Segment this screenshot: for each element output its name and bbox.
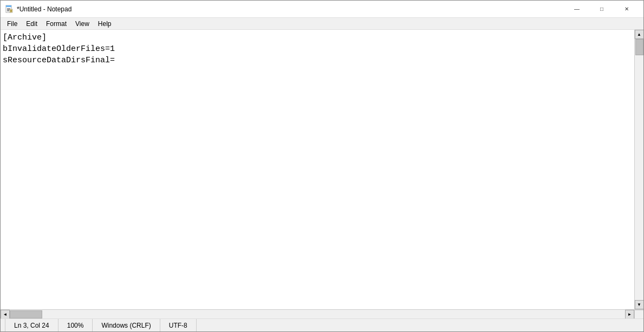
- scroll-thumb-horizontal[interactable]: [10, 310, 42, 318]
- cursor-position: Ln 3, Col 24: [5, 319, 58, 331]
- zoom-level: 100%: [58, 319, 93, 331]
- svg-rect-1: [6, 5, 11, 7]
- notepad-window: *Untitled - Notepad — □ ✕ File Edit Form…: [0, 0, 644, 332]
- maximize-button[interactable]: □: [589, 1, 614, 18]
- minimize-button[interactable]: —: [564, 1, 589, 18]
- title-bar-left: *Untitled - Notepad: [5, 5, 71, 14]
- menu-edit[interactable]: Edit: [22, 19, 42, 29]
- bottom-area: ◄ ► Ln 3, Col 24 100% Windows (CRLF) UTF…: [1, 309, 643, 331]
- text-editor[interactable]: [Archive] bInvalidateOlderFiles=1 sResou…: [1, 30, 634, 309]
- scroll-track-horizontal[interactable]: [10, 310, 625, 318]
- scroll-up-button[interactable]: ▲: [635, 30, 644, 39]
- status-bar: Ln 3, Col 24 100% Windows (CRLF) UTF-8: [1, 318, 643, 331]
- menu-file[interactable]: File: [3, 19, 22, 29]
- notepad-icon: [5, 5, 14, 14]
- window-title: *Untitled - Notepad: [17, 5, 71, 13]
- vertical-scrollbar: ▲ ▼: [634, 30, 643, 309]
- menu-help[interactable]: Help: [94, 19, 116, 29]
- title-bar: *Untitled - Notepad — □ ✕: [1, 1, 643, 18]
- horizontal-scrollbar: ◄ ►: [1, 309, 643, 318]
- scroll-down-button[interactable]: ▼: [635, 300, 644, 309]
- scroll-left-button[interactable]: ◄: [1, 310, 10, 319]
- menu-format[interactable]: Format: [42, 19, 71, 29]
- scroll-track-vertical[interactable]: [635, 39, 644, 300]
- editor-area: [Archive] bInvalidateOlderFiles=1 sResou…: [1, 30, 643, 309]
- encoding: UTF-8: [160, 319, 197, 331]
- menu-bar: File Edit Format View Help: [1, 18, 643, 30]
- title-bar-controls: — □ ✕: [564, 1, 639, 18]
- line-ending: Windows (CRLF): [93, 319, 160, 331]
- menu-view[interactable]: View: [71, 19, 94, 29]
- svg-rect-5: [10, 9, 12, 12]
- scroll-thumb-vertical[interactable]: [635, 39, 643, 55]
- scroll-right-button[interactable]: ►: [625, 310, 634, 319]
- close-button[interactable]: ✕: [614, 1, 639, 18]
- scrollbar-corner: [634, 310, 643, 319]
